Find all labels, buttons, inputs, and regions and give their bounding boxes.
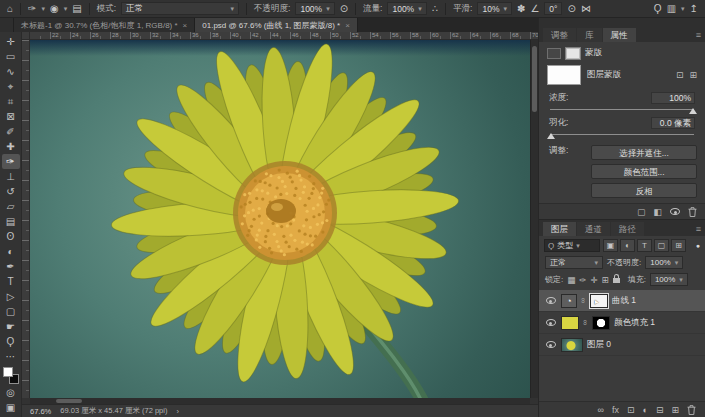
quick-mask-icon[interactable]: ◎ xyxy=(2,385,20,400)
filter-toggle-icon[interactable]: ● xyxy=(696,242,700,249)
blend-mode-select[interactable]: 正常 ▾ xyxy=(121,2,239,15)
lock-position-icon[interactable]: ✛ xyxy=(590,275,597,285)
path-selection-tool[interactable]: ▷ xyxy=(2,289,20,304)
type-tool[interactable]: T xyxy=(2,274,20,289)
frame-tool[interactable]: ⊠ xyxy=(2,109,20,124)
smoothing-options-gear-icon[interactable]: ✽ xyxy=(517,1,525,17)
layer-visibility-toggle[interactable] xyxy=(544,319,557,326)
filter-pixel-layers-icon[interactable]: ▣ xyxy=(603,239,618,252)
document-tab-untitled[interactable]: 未标题-1 @ 30.7% (色相/饱和度 1, RGB/8) * × xyxy=(14,18,195,32)
pen-tool[interactable]: ✒ xyxy=(2,259,20,274)
history-brush-tool[interactable]: ↺ xyxy=(2,184,20,199)
vertical-scrollbar-thumb[interactable] xyxy=(532,46,537,112)
mask-thumbnail[interactable] xyxy=(547,65,581,85)
layers-tab[interactable]: 图层 xyxy=(543,222,576,236)
delete-layer-icon[interactable] xyxy=(687,405,696,415)
lock-artboard-icon[interactable]: ⊞ xyxy=(602,275,609,285)
horizontal-scrollbar-thumb[interactable] xyxy=(56,399,82,403)
paint-symmetry-icon[interactable]: ⋈ xyxy=(581,1,591,17)
curves-adjustment-icon[interactable]: ◔ xyxy=(561,294,577,308)
brush-tool-icon[interactable]: ✑ xyxy=(28,1,36,17)
color-fill-thumbnail[interactable] xyxy=(561,316,579,330)
pixel-mask-icon[interactable] xyxy=(547,48,561,59)
lock-paint-icon[interactable]: ✑ xyxy=(579,275,586,285)
edit-toolbar-icon[interactable]: ⋯ xyxy=(2,349,20,364)
apply-mask-icon[interactable]: ◧ xyxy=(653,207,662,217)
feather-value[interactable]: 0.0 像素 xyxy=(651,117,695,129)
panel-menu-icon[interactable]: ≡ xyxy=(696,28,701,42)
filter-smart-objects-icon[interactable]: ⊞ xyxy=(671,239,686,252)
clone-stamp-tool[interactable]: ⊥ xyxy=(2,169,20,184)
eraser-tool[interactable]: ▱ xyxy=(2,199,20,214)
lock-all-icon[interactable] xyxy=(613,274,620,285)
brush-angle-input[interactable]: 0° xyxy=(544,2,562,15)
feather-slider[interactable] xyxy=(550,131,694,140)
move-tool[interactable]: ✛ xyxy=(2,34,20,49)
status-options-chevron[interactable]: › xyxy=(176,407,179,416)
layer-row[interactable]: ◔∞➤曲线 1 xyxy=(539,290,705,312)
blur-tool[interactable]: ʘ xyxy=(2,229,20,244)
flow-select[interactable]: 100% ▾ xyxy=(387,2,426,15)
density-slider[interactable] xyxy=(550,106,694,115)
layer-thumbnail[interactable] xyxy=(561,338,583,352)
layer-row[interactable]: 图层 0 xyxy=(539,334,705,356)
rect-marquee-tool[interactable]: ▭ xyxy=(2,49,20,64)
invert-button[interactable]: 反相 xyxy=(591,183,697,198)
select-and-mask-button[interactable]: 选择并遮住... xyxy=(591,145,697,160)
filter-type-layers-icon[interactable]: T xyxy=(637,239,652,252)
vertical-scrollbar[interactable] xyxy=(530,40,538,398)
layer-visibility-toggle[interactable] xyxy=(544,341,557,348)
search-icon[interactable]: Ϙ xyxy=(654,1,662,17)
smoothing-select[interactable]: 10% ▾ xyxy=(477,2,512,15)
density-slider-thumb[interactable] xyxy=(689,108,697,114)
new-adjustment-layer-icon[interactable]: ◐ xyxy=(642,405,647,415)
shape-tool[interactable]: ▢ xyxy=(2,304,20,319)
pressure-opacity-icon[interactable]: ⊙ xyxy=(340,1,348,17)
properties-tab[interactable]: 调整 xyxy=(543,28,576,42)
layer-row[interactable]: ∞颜色填充 1 xyxy=(539,312,705,334)
mask-selection-icon[interactable]: ▢ xyxy=(637,207,646,217)
airbrush-icon[interactable]: ∴ xyxy=(432,1,438,17)
workspace-switcher-icon[interactable]: ▥ xyxy=(667,1,676,17)
filter-adjustment-layers-icon[interactable]: ◐ xyxy=(620,239,635,252)
add-vector-mask-icon[interactable]: ⊞ xyxy=(689,70,697,80)
properties-tab[interactable]: 属性 xyxy=(603,28,636,42)
crop-tool[interactable]: ⌗ xyxy=(2,94,20,109)
feather-slider-thumb[interactable] xyxy=(547,133,555,139)
layer-mask-thumbnail[interactable]: ➤ xyxy=(590,294,608,308)
ruler-origin-corner[interactable] xyxy=(22,32,30,40)
dodge-tool[interactable]: ◐ xyxy=(2,244,20,259)
close-icon[interactable]: × xyxy=(183,21,188,30)
hand-tool[interactable]: ☛ xyxy=(2,319,20,334)
pressure-size-icon[interactable]: ⊙ xyxy=(567,1,575,17)
layer-mask-thumbnail[interactable] xyxy=(592,316,610,330)
zoom-tool[interactable]: Ϙ xyxy=(2,334,20,349)
layer-filter-search[interactable]: Ϙ 类型 ▾ xyxy=(544,239,600,252)
layer-fill-select[interactable]: 100% ▾ xyxy=(650,273,688,286)
eyedropper-tool[interactable]: ✐ xyxy=(2,124,20,139)
new-group-icon[interactable]: ⊟ xyxy=(656,405,664,415)
mask-visibility-icon[interactable] xyxy=(670,208,680,215)
filter-shape-layers-icon[interactable]: ▢ xyxy=(654,239,669,252)
brush-preset-picker-icon[interactable]: ◉ xyxy=(50,1,59,17)
new-layer-icon[interactable]: ⊞ xyxy=(671,405,679,415)
gradient-tool[interactable]: ▤ xyxy=(2,214,20,229)
delete-mask-icon[interactable] xyxy=(688,207,697,217)
add-layer-mask-icon[interactable]: ⊡ xyxy=(627,405,635,415)
brush-tool[interactable]: ✑ xyxy=(2,154,20,169)
layer-style-icon[interactable]: fx xyxy=(612,405,619,415)
opacity-select[interactable]: 100% ▾ xyxy=(295,2,334,15)
vertical-ruler[interactable] xyxy=(22,40,30,398)
link-layers-icon[interactable]: ∞ xyxy=(597,405,603,415)
lasso-tool[interactable]: ∿ xyxy=(2,64,20,79)
density-value[interactable]: 100% xyxy=(651,92,695,104)
layer-visibility-toggle[interactable] xyxy=(544,297,557,304)
layer-opacity-select[interactable]: 100% ▾ xyxy=(645,256,683,269)
layers-tab[interactable]: 路径 xyxy=(611,222,644,236)
home-icon[interactable]: ⌂ xyxy=(7,1,13,17)
color-range-button[interactable]: 颜色范围... xyxy=(591,164,697,179)
panel-menu-icon[interactable]: ≡ xyxy=(696,222,701,236)
healing-brush-tool[interactable]: ✚ xyxy=(2,139,20,154)
lock-transparency-icon[interactable]: ▦ xyxy=(567,275,575,285)
object-selection-tool[interactable]: ⌖ xyxy=(2,79,20,94)
